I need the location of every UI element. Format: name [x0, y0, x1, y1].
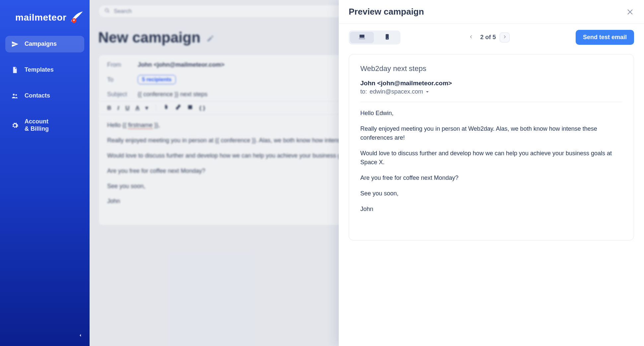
- people-icon: [11, 92, 19, 100]
- preview-title: Preview campaign: [349, 7, 424, 17]
- sidebar-item-label: Account & Billing: [25, 118, 49, 132]
- preview-p1: Really enjoyed meeting you in person at …: [360, 124, 622, 142]
- sidebar-item-contacts[interactable]: Contacts: [5, 88, 84, 104]
- chevron-left-icon: [469, 34, 473, 41]
- preview-to-address: edwin@spacex.com: [370, 88, 423, 95]
- device-desktop-button[interactable]: [350, 32, 374, 43]
- send-test-email-button[interactable]: Send test email: [576, 30, 634, 45]
- preview-to-prefix: to:: [360, 88, 367, 95]
- sidebar-item-label: Contacts: [25, 92, 50, 100]
- brand: mailmeteor: [0, 6, 90, 36]
- close-button[interactable]: [626, 8, 634, 16]
- preview-p3: Are you free for coffee next Monday?: [360, 173, 622, 182]
- send-icon: [11, 40, 19, 48]
- device-mobile-button[interactable]: [375, 32, 399, 43]
- sidebar-nav: Campaigns Templates Contacts Account & B…: [0, 36, 90, 137]
- preview-body: Hello Edwin, Really enjoyed meeting you …: [360, 109, 622, 214]
- svg-point-2: [15, 94, 17, 96]
- sidebar: mailmeteor Campaigns Templates Contacts …: [0, 0, 90, 346]
- preview-panel: Preview campaign 2 of 5 Send test email …: [339, 0, 644, 346]
- preview-pager: 2 of 5: [466, 33, 510, 42]
- meteor-icon: [70, 11, 84, 25]
- preview-to-line[interactable]: to: edwin@spacex.com: [360, 88, 622, 95]
- sidebar-item-templates[interactable]: Templates: [5, 62, 84, 78]
- sidebar-item-label: Templates: [25, 66, 54, 74]
- svg-point-1: [13, 94, 15, 96]
- preview-panel-header: Preview campaign: [339, 0, 644, 24]
- preview-from: John <john@mailmeteor.com>: [360, 80, 622, 87]
- caret-down-icon: [426, 88, 429, 95]
- file-icon: [11, 66, 19, 74]
- preview-p4: See you soon,: [360, 189, 622, 198]
- svg-point-4: [387, 38, 388, 39]
- mobile-icon: [384, 33, 391, 41]
- brand-name: mailmeteor: [15, 12, 66, 23]
- sidebar-item-campaigns[interactable]: Campaigns: [5, 36, 84, 52]
- gear-icon: [11, 122, 19, 129]
- sidebar-item-account-billing[interactable]: Account & Billing: [5, 113, 84, 137]
- chevron-right-icon: [502, 34, 507, 41]
- pager-prev-button[interactable]: [466, 33, 476, 42]
- preview-subject: Web2day next steps: [360, 64, 622, 73]
- sidebar-item-label: Campaigns: [25, 40, 57, 48]
- preview-toolbar: 2 of 5 Send test email: [339, 24, 644, 51]
- pager-next-button[interactable]: [500, 33, 510, 42]
- pager-status: 2 of 5: [480, 34, 496, 41]
- preview-p2: Would love to discuss further and develo…: [360, 149, 622, 167]
- preview-sign: John: [360, 205, 622, 214]
- preview-p0: Hello Edwin,: [360, 109, 622, 118]
- device-toggle: [349, 31, 400, 44]
- sidebar-collapse-button[interactable]: [0, 333, 90, 340]
- preview-email-card: Web2day next steps John <john@mailmeteor…: [349, 54, 634, 241]
- divider: [360, 102, 622, 102]
- laptop-icon: [358, 33, 366, 41]
